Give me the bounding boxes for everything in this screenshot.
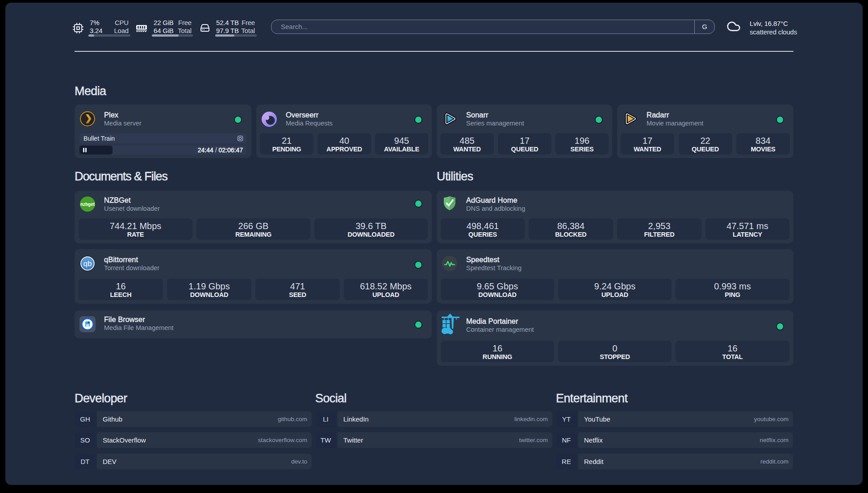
svg-text:nzbget: nzbget	[80, 202, 95, 207]
svg-text:qb: qb	[83, 259, 92, 268]
